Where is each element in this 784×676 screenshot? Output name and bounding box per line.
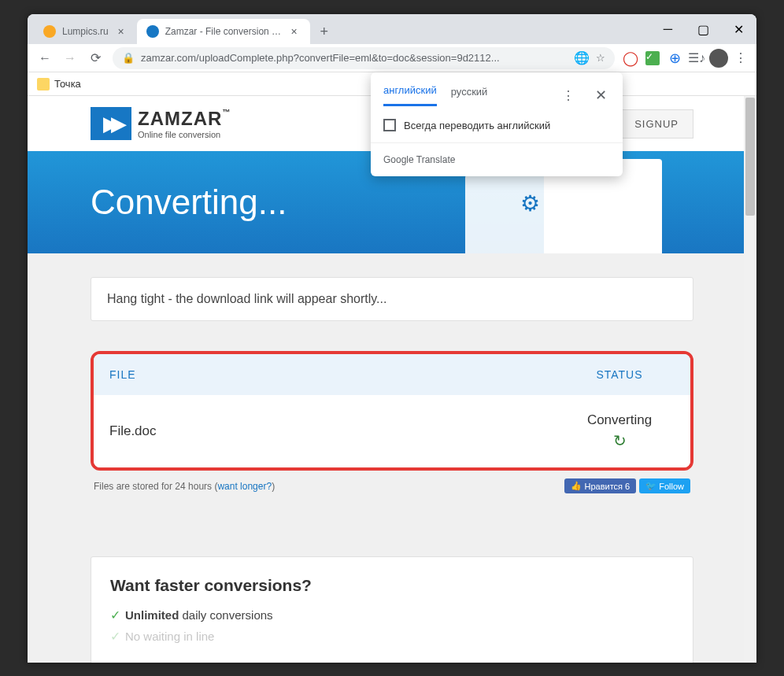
want-longer-link[interactable]: want longer? — [217, 481, 272, 492]
extension-globe-icon[interactable]: ⊕ — [665, 49, 684, 68]
social-buttons: 👍Нравится 6 🐦Follow — [564, 478, 690, 493]
maximize-button[interactable]: ▢ — [686, 14, 721, 44]
menu-icon[interactable]: ⋮ — [731, 49, 750, 68]
file-table: FILE STATUS File.doc Converting ↻ — [91, 351, 693, 471]
scrollbar[interactable] — [744, 96, 756, 663]
translate-popup: английский русский ⋮ ✕ Всегда переводить… — [371, 72, 623, 176]
check-icon: ✓ — [110, 608, 120, 622]
header-file: FILE — [109, 368, 564, 381]
new-tab-button[interactable]: + — [313, 20, 335, 42]
folder-icon — [37, 78, 50, 91]
spinner-icon: ↻ — [613, 431, 627, 450]
check-icon: ✓ — [110, 629, 120, 644]
logo-icon: ▶▶ — [91, 107, 131, 140]
extension-opera-icon[interactable]: ◯ — [621, 49, 640, 68]
signup-button[interactable]: SIGNUP — [619, 109, 693, 139]
tab-title: Lumpics.ru — [62, 26, 109, 37]
browser-window: Lumpics.ru × Zamzar - File conversion pr… — [28, 14, 756, 663]
header-status: STATUS — [564, 368, 675, 381]
profile-avatar[interactable] — [709, 49, 728, 68]
thumb-icon: 👍 — [571, 481, 582, 491]
reading-list-icon[interactable]: ☰♪ — [687, 49, 706, 68]
translate-tab-source[interactable]: английский — [383, 84, 437, 106]
always-translate-label: Всегда переводить английский — [404, 120, 550, 131]
translate-body: Всегда переводить английский — [371, 107, 623, 142]
twitter-follow-button[interactable]: 🐦Follow — [639, 478, 690, 493]
feature-item: ✓ No waiting in line — [110, 626, 674, 647]
logo[interactable]: ▶▶ ZAMZAR™ Online file conversion — [91, 107, 231, 140]
url-text: zamzar.com/uploadComplete.php?convertFil… — [141, 52, 568, 64]
feature-item: ✓ Unlimited daily conversions — [110, 604, 674, 626]
logo-name: ZAMZAR™ — [138, 108, 231, 130]
main-content: Hang tight - the download link will appe… — [28, 253, 756, 663]
tab-title: Zamzar - File conversion progres — [165, 26, 282, 37]
logo-subtitle: Online file conversion — [138, 130, 231, 139]
page-content: ▶▶ ZAMZAR™ Online file conversion SIGNUP… — [28, 96, 756, 663]
storage-text: Files are stored for 24 hours ( — [94, 481, 217, 492]
faster-conversions-box: Want faster conversions? ✓ Unlimited dai… — [91, 556, 693, 663]
facebook-like-button[interactable]: 👍Нравится 6 — [564, 478, 636, 493]
forward-button[interactable]: → — [59, 47, 81, 69]
faster-title: Want faster conversions? — [110, 576, 674, 595]
reload-button[interactable]: ⟳ — [84, 47, 106, 69]
twitter-icon: 🐦 — [645, 481, 656, 491]
tab-lumpics[interactable]: Lumpics.ru × — [34, 19, 137, 44]
translate-icon[interactable]: 🌐 — [574, 50, 590, 65]
window-controls: ─ ▢ ✕ — [650, 14, 756, 44]
favicon-icon — [43, 25, 56, 38]
titlebar: Lumpics.ru × Zamzar - File conversion pr… — [28, 14, 756, 44]
star-icon[interactable]: ☆ — [596, 52, 605, 64]
translate-tab-target[interactable]: русский — [451, 86, 488, 105]
lock-icon: 🔒 — [122, 52, 135, 64]
storage-info: Files are stored for 24 hours (want long… — [91, 478, 693, 493]
table-header: FILE STATUS — [94, 354, 690, 395]
toolbar: ← → ⟳ 🔒 zamzar.com/uploadComplete.php?co… — [28, 44, 756, 72]
bookmark-item[interactable]: Точка — [54, 78, 81, 90]
table-row: File.doc Converting ↻ — [94, 395, 690, 467]
status-message: Hang tight - the download link will appe… — [91, 277, 693, 321]
tab-zamzar[interactable]: Zamzar - File conversion progres × — [137, 19, 310, 44]
minimize-button[interactable]: ─ — [650, 14, 686, 44]
file-name: File.doc — [109, 423, 564, 439]
always-translate-checkbox[interactable] — [383, 119, 396, 131]
status-text: Converting — [587, 412, 652, 428]
file-status: Converting ↻ — [564, 412, 675, 450]
close-icon[interactable]: × — [288, 25, 301, 38]
google-translate-label: Google Translate — [383, 154, 455, 165]
close-button[interactable]: ✕ — [721, 14, 756, 44]
translate-menu-icon[interactable]: ⋮ — [559, 85, 578, 106]
favicon-icon — [146, 25, 159, 38]
back-button[interactable]: ← — [34, 47, 56, 69]
gear-icon: ⚙ — [520, 190, 544, 214]
scroll-thumb[interactable] — [745, 98, 755, 216]
close-icon[interactable]: ✕ — [592, 83, 610, 107]
translate-footer: Google Translate — [371, 142, 623, 176]
extension-check-icon[interactable]: ✓ — [643, 49, 662, 68]
translate-tabs: английский русский ⋮ ✕ — [371, 72, 623, 107]
close-icon[interactable]: × — [115, 25, 128, 38]
hero-title: Converting... — [91, 183, 287, 222]
address-bar[interactable]: 🔒 zamzar.com/uploadComplete.php?convertF… — [113, 47, 615, 69]
